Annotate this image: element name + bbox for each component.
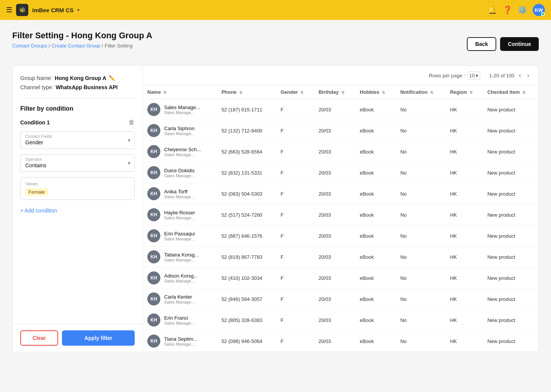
- cell-name: KH Dulce Dokidis Sales Manage...: [143, 162, 217, 183]
- col-gender[interactable]: Gender ⇅: [276, 85, 314, 99]
- filter-title: Filter by condition: [20, 105, 135, 112]
- cell-checked: New product: [483, 99, 538, 120]
- cell-phone: 52 (517) 524-7260: [217, 204, 276, 225]
- cell-notification: No: [396, 268, 445, 289]
- add-condition-button[interactable]: + Add condition: [20, 207, 57, 214]
- next-page-button[interactable]: ›: [526, 71, 531, 80]
- cell-phone: 52 (819) 867-7783: [217, 247, 276, 268]
- contact-avatar: KH: [147, 124, 160, 137]
- contact-avatar: KH: [147, 292, 160, 305]
- cell-name: KH Sales Manage... Sales Manage...: [143, 99, 217, 120]
- cell-name: KH Haylie Rosser Sales Manage...: [143, 204, 217, 225]
- table-row: KH Carla Kenter Sales Manage... 52 (846)…: [143, 289, 538, 310]
- cell-hobbies: eBook: [355, 247, 396, 268]
- cell-phone: 52 (887) 646-1576: [217, 225, 276, 247]
- cell-birthday: 20/03: [314, 289, 355, 310]
- cell-region: HK: [445, 310, 483, 331]
- col-phone[interactable]: Phone ⇅: [217, 85, 276, 99]
- cell-hobbies: eBook: [355, 120, 396, 141]
- cell-birthday: 20/03: [314, 183, 355, 204]
- back-button[interactable]: Back: [467, 37, 496, 51]
- group-name-row: Group Name: Hong Kong Group A ✏️: [20, 75, 135, 81]
- app-dropdown-arrow[interactable]: ▾: [77, 7, 80, 13]
- apply-filter-button[interactable]: Apply filter: [62, 330, 135, 346]
- content-area: Group Name: Hong Kong Group A ✏️ Channel…: [12, 65, 539, 352]
- prev-page-button[interactable]: ‹: [517, 71, 522, 80]
- cell-checked: New product: [483, 310, 538, 331]
- pagination-info: 1-20 of 100: [489, 73, 515, 78]
- breadcrumb-sep2: /: [102, 43, 103, 49]
- cell-checked: New product: [483, 141, 538, 162]
- values-tag: Female: [25, 188, 48, 196]
- edit-icon[interactable]: ✏️: [109, 75, 115, 81]
- table-row: KH Erin Passaqui Sales Manage... 52 (887…: [143, 225, 538, 247]
- cell-name: KH Carla Kenter Sales Manage...: [143, 289, 217, 310]
- values-group: Values Female: [20, 177, 135, 200]
- hamburger-icon[interactable]: ☰: [6, 6, 12, 14]
- clear-button[interactable]: Clear: [20, 330, 58, 346]
- table-row: KH Cheyenne Sch... Sales Manage... 52 (6…: [143, 141, 538, 162]
- breadcrumb-create-contact-group[interactable]: Create Contact Group: [52, 43, 100, 49]
- col-birthday[interactable]: Birthday ⇅: [314, 85, 355, 99]
- col-checked-item[interactable]: Checked item ⇅: [483, 85, 538, 99]
- notification-icon[interactable]: 🔔: [488, 5, 497, 15]
- operator-label: Operator: [25, 157, 42, 162]
- help-icon[interactable]: ❓: [503, 5, 512, 15]
- cell-birthday: 20/03: [314, 141, 355, 162]
- contact-avatar: KH: [147, 208, 160, 221]
- topnav: ☰ 🐝 imBee CRM CS ▾ 🔔 ❓ ⚙️ KW: [0, 0, 551, 20]
- cell-hobbies: eBook: [355, 268, 396, 289]
- breadcrumb: Contact Groups / Create Contact Group / …: [12, 43, 152, 49]
- contact-avatar: KH: [147, 145, 160, 158]
- table-header-bar: Rows per page : 10 ▾ 1-20 of 100 ‹ ›: [143, 66, 538, 85]
- operator-select[interactable]: Operator Contains ▾: [20, 154, 135, 172]
- values-input[interactable]: Values Female: [20, 177, 135, 200]
- continue-button[interactable]: Continue: [500, 37, 539, 51]
- cell-name: KH Cheyenne Sch... Sales Manage...: [143, 141, 217, 162]
- contact-fields-select[interactable]: Contact Fields Gender ▾: [20, 131, 135, 149]
- cell-gender: F: [276, 120, 314, 141]
- avatar[interactable]: KW: [533, 4, 545, 16]
- cell-hobbies: eBook: [355, 183, 396, 204]
- cell-notification: No: [396, 204, 445, 225]
- cell-gender: F: [276, 289, 314, 310]
- delete-condition-button[interactable]: 🗑: [129, 119, 135, 126]
- cell-gender: F: [276, 141, 314, 162]
- table-row: KH Sales Manage... Sales Manage... 52 (1…: [143, 99, 538, 120]
- contact-fields-group: Contact Fields Gender ▾: [20, 131, 135, 149]
- col-name[interactable]: Name ⇅: [143, 85, 217, 99]
- col-notification[interactable]: Notification ⇅: [396, 85, 445, 99]
- cell-hobbies: eBook: [355, 162, 396, 183]
- col-hobbies[interactable]: Hobbies ⇅: [355, 85, 396, 99]
- cell-phone: 52 (846) 584-3057: [217, 289, 276, 310]
- left-panel: Group Name: Hong Kong Group A ✏️ Channel…: [13, 66, 143, 352]
- rows-per-page-value: 10: [469, 73, 474, 78]
- rows-per-page-select[interactable]: 10 ▾: [467, 72, 480, 80]
- channel-type-label: Channel type:: [20, 84, 53, 90]
- rows-per-page: Rows per page : 10 ▾: [429, 72, 480, 80]
- cell-gender: F: [276, 162, 314, 183]
- cell-birthday: 20/03: [314, 162, 355, 183]
- cell-region: HK: [445, 331, 483, 352]
- cell-name: KH Anika Torff Sales Manage...: [143, 183, 217, 204]
- cell-gender: F: [276, 99, 314, 120]
- cell-phone: 52 (187) 615-1711: [217, 99, 276, 120]
- contact-avatar: KH: [147, 250, 160, 263]
- right-panel: Rows per page : 10 ▾ 1-20 of 100 ‹ › Nam…: [143, 66, 538, 352]
- col-region[interactable]: Region ⇅: [445, 85, 483, 99]
- cell-birthday: 20/03: [314, 331, 355, 352]
- cell-gender: F: [276, 225, 314, 247]
- cell-name: KH Erin Franci Sales Manage...: [143, 310, 217, 331]
- table-row: KH Anika Torff Sales Manage... 52 (083) …: [143, 183, 538, 204]
- cell-phone: 52 (663) 528-6564: [217, 141, 276, 162]
- cell-notification: No: [396, 183, 445, 204]
- cell-checked: New product: [483, 225, 538, 247]
- cell-name: KH Erin Passaqui Sales Manage...: [143, 225, 217, 247]
- page-header: Filter Setting - Hong Kong Group A Conta…: [12, 31, 539, 57]
- breadcrumb-contact-groups[interactable]: Contact Groups: [12, 43, 47, 49]
- table-row: KH Haylie Rosser Sales Manage... 52 (517…: [143, 204, 538, 225]
- cell-region: HK: [445, 141, 483, 162]
- table-row: KH Tiana Septim... Sales Manage... 52 (0…: [143, 331, 538, 352]
- settings-icon[interactable]: ⚙️: [518, 5, 527, 15]
- cell-birthday: 20/03: [314, 204, 355, 225]
